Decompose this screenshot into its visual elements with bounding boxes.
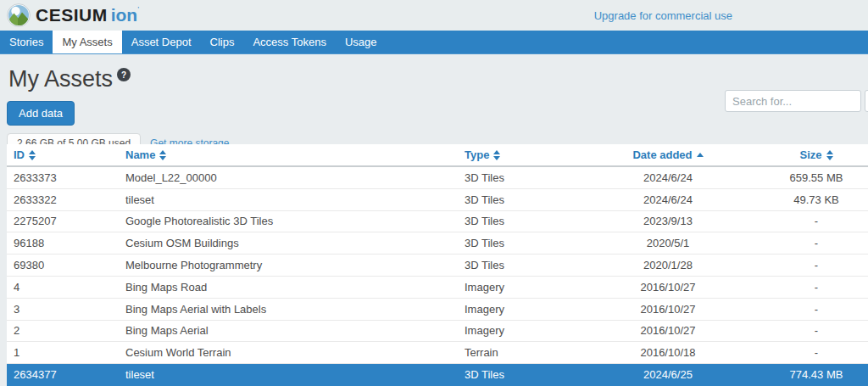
cesium-logo-icon (7, 3, 31, 27)
cell-type: Imagery (458, 324, 600, 337)
cell-type: Imagery (458, 303, 600, 316)
page-content: My Assets ? Add data 2.66 GB of 5.00 GB … (0, 54, 868, 154)
table-row[interactable]: 3Bing Maps Aerial with LabelsImagery2016… (7, 299, 868, 321)
nav-tab-usage[interactable]: Usage (336, 31, 387, 53)
cell-id: 1 (7, 346, 119, 359)
table-row[interactable]: 2Bing Maps AerialImagery2016/10/27- (7, 321, 868, 343)
column-header-date-added[interactable]: Date added (600, 148, 736, 161)
cell-name: Melbourne Photogrammetry (119, 259, 458, 271)
cell-date: 2016/10/27 (600, 281, 736, 294)
cell-size: - (736, 259, 868, 271)
cell-date: 2024/6/24 (600, 171, 736, 184)
table-row[interactable]: 96188Cesium OSM Buildings3D Tiles2020/5/… (7, 232, 868, 255)
column-label: Size (799, 148, 821, 161)
top-header-bar: CESIUMion’ Upgrade for commercial use (0, 0, 868, 31)
main-navbar: StoriesMy AssetsAsset DepotClipsAccess T… (0, 31, 868, 54)
cell-name: Bing Maps Road (119, 281, 458, 294)
cell-date: 2020/5/1 (600, 237, 736, 249)
cell-type: 3D Tiles (458, 259, 600, 271)
cell-name: Bing Maps Aerial (119, 324, 458, 337)
cell-size: 49.73 KB (736, 193, 868, 206)
cell-name: Google Photorealistic 3D Tiles (119, 215, 458, 227)
cell-type: 3D Tiles (458, 215, 600, 227)
column-label: Type (465, 148, 489, 161)
cell-name: Bing Maps Aerial with Labels (119, 303, 458, 316)
cell-type: Imagery (458, 281, 600, 294)
table-row[interactable]: 2633322tileset3D Tiles2024/6/2449.73 KB (7, 189, 868, 211)
cell-size: - (736, 346, 868, 359)
cell-size: - (736, 303, 868, 316)
cell-id: 2633373 (7, 171, 119, 184)
assets-table: IDNameTypeDate addedSize 2633373Model_L2… (7, 144, 868, 386)
cell-size: - (736, 281, 868, 294)
cell-name: Cesium OSM Buildings (119, 237, 458, 249)
cell-size: 774.43 MB (736, 368, 868, 381)
column-header-size[interactable]: Size (736, 148, 868, 161)
column-header-id[interactable]: ID (7, 148, 119, 161)
search-button[interactable] (865, 90, 868, 112)
upgrade-link[interactable]: Upgrade for commercial use (594, 9, 732, 22)
cell-id: 2275207 (7, 215, 119, 227)
table-header-row: IDNameTypeDate addedSize (7, 144, 868, 167)
cell-name: Cesium World Terrain (119, 346, 458, 359)
cell-size: - (736, 215, 868, 227)
search-input[interactable] (725, 90, 861, 112)
table-row[interactable]: 4Bing Maps RoadImagery2016/10/27- (7, 277, 868, 299)
cell-type: 3D Tiles (458, 171, 600, 184)
cell-size: 659.55 MB (736, 171, 868, 184)
cell-type: 3D Tiles (458, 193, 600, 206)
cell-date: 2016/10/18 (600, 346, 736, 359)
cell-date: 2016/10/27 (600, 303, 736, 316)
cell-date: 2024/6/24 (600, 193, 736, 206)
add-data-button[interactable]: Add data (7, 101, 75, 126)
table-row[interactable]: 1Cesium World TerrainTerrain2016/10/18- (7, 342, 868, 364)
nav-tab-stories[interactable]: Stories (0, 31, 53, 53)
logo-trademark: ’ (137, 5, 139, 14)
nav-tab-clips[interactable]: Clips (201, 31, 244, 53)
cell-type: 3D Tiles (458, 237, 600, 249)
page-title: My Assets (8, 66, 113, 92)
cell-id: 4 (7, 281, 119, 294)
cell-name: Model_L22_00000 (119, 171, 458, 184)
cell-id: 2 (7, 324, 119, 337)
cell-size: - (736, 237, 868, 249)
cell-type: 3D Tiles (458, 368, 600, 381)
sort-both-icon (493, 150, 500, 160)
cell-date: 2024/6/25 (600, 368, 736, 381)
logo-text: CESIUM (36, 5, 108, 25)
sort-both-icon (159, 150, 166, 160)
cell-type: Terrain (458, 346, 600, 359)
cell-size: - (736, 324, 868, 337)
logo-accent: ion (111, 5, 138, 25)
nav-tab-access-tokens[interactable]: Access Tokens (243, 31, 335, 53)
nav-tab-my-assets[interactable]: My Assets (53, 31, 121, 53)
cell-id: 2634377 (7, 368, 119, 381)
column-label: Name (125, 148, 155, 161)
cell-name: tileset (119, 193, 458, 206)
sort-both-icon (29, 150, 36, 160)
cell-date: 2023/9/13 (600, 215, 736, 227)
column-label: ID (14, 148, 25, 161)
cell-id: 3 (7, 303, 119, 316)
nav-tab-asset-depot[interactable]: Asset Depot (122, 31, 201, 53)
table-row[interactable]: 2275207Google Photorealistic 3D Tiles3D … (7, 211, 868, 233)
cell-id: 2633322 (7, 193, 119, 206)
cell-name: tileset (119, 368, 458, 381)
cell-date: 2020/1/28 (600, 259, 736, 271)
table-row[interactable]: 69380Melbourne Photogrammetry3D Tiles202… (7, 255, 868, 277)
cell-id: 96188 (7, 237, 119, 249)
cell-id: 69380 (7, 259, 119, 271)
table-row-selected[interactable]: 2634377tileset3D Tiles2024/6/25774.43 MB (7, 364, 868, 386)
table-row[interactable]: 2633373Model_L22_000003D Tiles2024/6/246… (7, 167, 868, 189)
sort-asc-icon (697, 153, 704, 157)
column-header-name[interactable]: Name (119, 148, 458, 161)
cell-date: 2016/10/27 (600, 324, 736, 337)
column-label: Date added (632, 148, 692, 161)
sort-both-icon (826, 150, 833, 160)
column-header-type[interactable]: Type (458, 148, 600, 161)
help-icon[interactable]: ? (117, 68, 131, 81)
cesium-ion-logo[interactable]: CESIUMion’ (7, 3, 139, 27)
